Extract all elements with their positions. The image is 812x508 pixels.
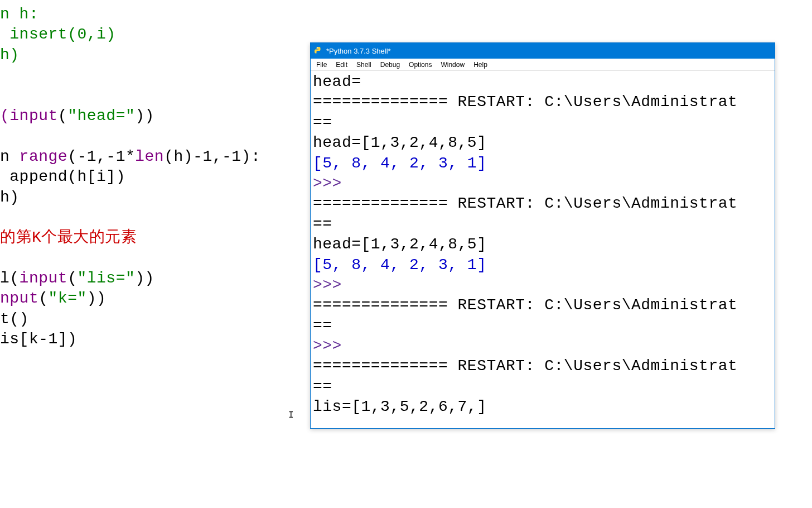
shell-line: head= bbox=[313, 72, 772, 92]
shell-line: [5, 8, 4, 2, 3, 1] bbox=[313, 255, 772, 275]
editor-panel: n h: insert(0,i)h) (input("head=")) n ra… bbox=[0, 0, 307, 508]
code-line: n h: bbox=[0, 4, 307, 25]
python-icon bbox=[314, 46, 323, 55]
shell-output[interactable]: head=============== RESTART: C:\Users\Ad… bbox=[311, 71, 775, 428]
code-line: h) bbox=[0, 188, 307, 208]
shell-line: >>> bbox=[313, 174, 772, 194]
shell-line: [5, 8, 4, 2, 3, 1] bbox=[313, 154, 772, 174]
code-line: t() bbox=[0, 309, 307, 329]
text-cursor-icon: I bbox=[288, 410, 289, 421]
shell-line: ============== RESTART: C:\Users\Adminis… bbox=[313, 92, 772, 112]
titlebar[interactable]: *Python 3.7.3 Shell* bbox=[311, 43, 775, 59]
menubar: FileEditShellDebugOptionsWindowHelp bbox=[311, 59, 775, 71]
code-line: (input("head=")) bbox=[0, 106, 307, 126]
shell-window: *Python 3.7.3 Shell* FileEditShellDebugO… bbox=[310, 42, 775, 429]
code-line: append(h[i]) bbox=[0, 167, 307, 187]
code-line: h) bbox=[0, 45, 307, 65]
menu-shell[interactable]: Shell bbox=[352, 60, 376, 70]
code-line bbox=[0, 208, 307, 228]
code-line: insert(0,i) bbox=[0, 25, 307, 45]
menu-file[interactable]: File bbox=[312, 60, 331, 70]
code-line: l(input("lis=")) bbox=[0, 269, 307, 289]
shell-line: lis=[1,3,5,2,6,7,] bbox=[313, 397, 772, 417]
shell-line: == bbox=[313, 316, 772, 336]
window-title: *Python 3.7.3 Shell* bbox=[326, 47, 391, 55]
menu-edit[interactable]: Edit bbox=[331, 60, 352, 70]
shell-line: == bbox=[313, 113, 772, 133]
shell-line: head=[1,3,2,4,8,5] bbox=[313, 234, 772, 255]
code-line bbox=[0, 248, 307, 269]
menu-help[interactable]: Help bbox=[469, 60, 492, 70]
shell-line: ============== RESTART: C:\Users\Adminis… bbox=[313, 295, 772, 315]
code-line: 的第K个最大的元素 bbox=[0, 228, 307, 248]
menu-options[interactable]: Options bbox=[404, 60, 436, 70]
code-line: nput("k=")) bbox=[0, 289, 307, 309]
shell-line: >>> bbox=[313, 336, 772, 356]
shell-line: ============== RESTART: C:\Users\Adminis… bbox=[313, 194, 772, 214]
menu-window[interactable]: Window bbox=[436, 60, 469, 70]
code-line bbox=[0, 65, 307, 85]
menu-debug[interactable]: Debug bbox=[376, 60, 404, 70]
shell-line: >>> bbox=[313, 275, 772, 295]
shell-line: == bbox=[313, 377, 772, 397]
shell-line: head=[1,3,2,4,8,5] bbox=[313, 133, 772, 153]
shell-line: == bbox=[313, 214, 772, 234]
shell-line: ============== RESTART: C:\Users\Adminis… bbox=[313, 356, 772, 376]
code-line bbox=[0, 86, 307, 106]
code-line: n range(-1,-1*len(h)-1,-1): bbox=[0, 147, 307, 167]
code-line: is[k-1]) bbox=[0, 329, 307, 349]
svg-point-0 bbox=[317, 47, 318, 48]
code-line bbox=[0, 126, 307, 146]
